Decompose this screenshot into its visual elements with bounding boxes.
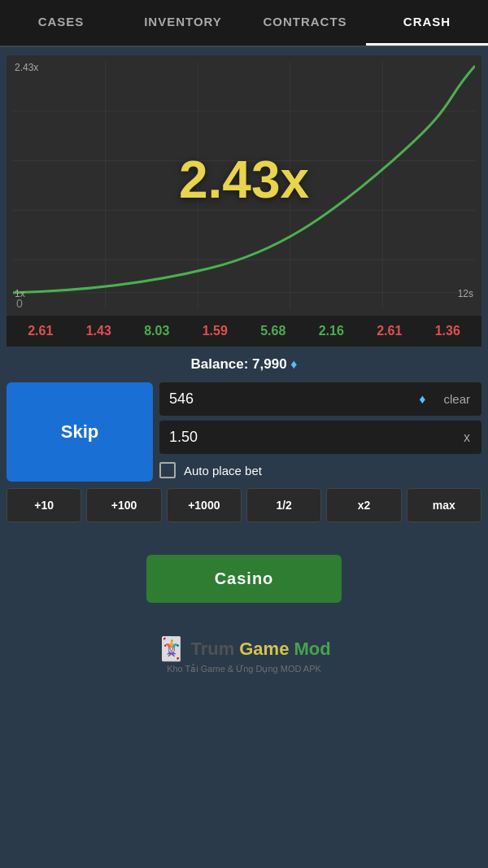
quick-buttons-row: +10 +100 +1000 1/2 x2 max bbox=[7, 488, 481, 522]
quick-btn-x2[interactable]: x2 bbox=[326, 488, 401, 522]
history-item-4: 5.68 bbox=[260, 324, 285, 338]
chart-x-label-end: 12s bbox=[458, 288, 473, 299]
current-multiplier: 2.43x bbox=[179, 150, 309, 210]
history-item-0: 2.61 bbox=[28, 324, 53, 338]
bet-amount-row: ♦ clear bbox=[159, 382, 481, 416]
watermark-mod: Mod bbox=[294, 639, 330, 660]
balance-diamond-icon: ♦ bbox=[290, 357, 297, 371]
auto-place-label: Auto place bet bbox=[184, 464, 262, 478]
footer-watermark: 🃏 TrumGameMod Kho Tải Game & Ứng Dụng MO… bbox=[0, 619, 488, 683]
bet-amount-input[interactable] bbox=[159, 382, 412, 416]
bet-section: Skip ♦ clear x Auto place bet bbox=[7, 382, 481, 482]
history-item-1: 1.43 bbox=[86, 324, 111, 338]
history-item-2: 8.03 bbox=[144, 324, 169, 338]
history-item-5: 2.16 bbox=[319, 324, 344, 338]
balance-value: 7,990 bbox=[252, 356, 287, 372]
balance-bar: Balance: 7,990 ♦ bbox=[0, 347, 488, 379]
bet-diamond-icon: ♦ bbox=[412, 392, 432, 407]
casino-area: Casino bbox=[7, 555, 481, 603]
watermark-trum: Trum bbox=[190, 639, 234, 660]
quick-btn-plus100[interactable]: +100 bbox=[86, 488, 161, 522]
auto-place-checkbox[interactable] bbox=[159, 462, 176, 478]
clear-button[interactable]: clear bbox=[432, 384, 481, 414]
history-item-7: 1.36 bbox=[435, 324, 460, 338]
chart-x-label-left: 1x bbox=[15, 288, 25, 299]
multiplier-x-label: x bbox=[452, 430, 481, 445]
multiplier-input[interactable] bbox=[159, 421, 452, 454]
history-row: 2.61 1.43 8.03 1.59 5.68 2.16 2.61 1.36 bbox=[7, 316, 481, 347]
casino-button[interactable]: Casino bbox=[146, 555, 342, 603]
multiplier-row: x bbox=[159, 421, 481, 454]
auto-place-row: Auto place bet bbox=[159, 459, 481, 482]
watermark-sub: Kho Tải Game & Ứng Dụng MOD APK bbox=[0, 664, 488, 674]
quick-btn-plus10[interactable]: +10 bbox=[7, 488, 81, 522]
nav-contracts[interactable]: CONTRACTS bbox=[244, 0, 366, 46]
watermark-logo: 🃏 TrumGameMod bbox=[0, 635, 488, 662]
top-nav: CASES INVENTORY CONTRACTS CRASH bbox=[0, 0, 488, 47]
history-item-3: 1.59 bbox=[203, 324, 228, 338]
history-item-6: 2.61 bbox=[377, 324, 402, 338]
quick-btn-max[interactable]: max bbox=[407, 488, 481, 522]
watermark-icon: 🃏 bbox=[157, 635, 185, 662]
skip-button[interactable]: Skip bbox=[7, 382, 153, 482]
quick-btn-half[interactable]: 1/2 bbox=[246, 488, 321, 522]
chart-y-label: 2.43x bbox=[15, 62, 38, 73]
quick-btn-plus1000[interactable]: +1000 bbox=[167, 488, 242, 522]
watermark-game: Game bbox=[239, 639, 289, 660]
nav-crash[interactable]: CRASH bbox=[366, 0, 488, 46]
nav-inventory[interactable]: INVENTORY bbox=[122, 0, 244, 46]
bet-inputs: ♦ clear x Auto place bet bbox=[159, 382, 481, 482]
crash-chart: 2.43x 1x 12s 0 2.43x bbox=[7, 55, 481, 316]
balance-label: Balance: bbox=[190, 356, 248, 372]
nav-cases[interactable]: CASES bbox=[0, 0, 122, 46]
